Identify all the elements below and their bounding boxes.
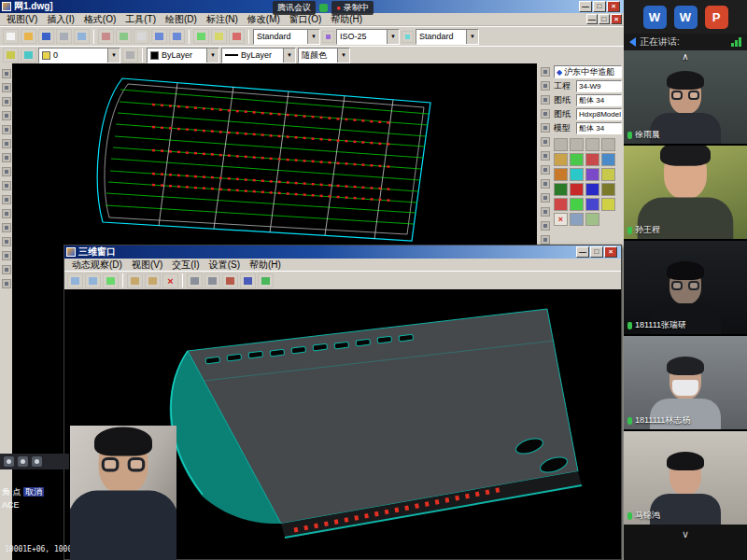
draw-tool-icon[interactable] — [2, 223, 11, 232]
modify-tool-icon[interactable] — [541, 221, 550, 231]
dropdown-arrow-icon[interactable]: ▼ — [107, 49, 120, 63]
paste-icon[interactable] — [134, 29, 149, 44]
project-field[interactable]: 34-W9 — [576, 80, 622, 92]
palette-tool-icon[interactable] — [570, 183, 584, 196]
palette-tool-icon[interactable] — [570, 138, 584, 151]
draw-tool-icon[interactable] — [2, 209, 11, 218]
draw-tool-icon[interactable] — [2, 195, 11, 204]
share-icon[interactable] — [32, 456, 42, 467]
color-combo[interactable]: ByLayer ▼ — [147, 48, 219, 63]
draw-tool-icon[interactable] — [2, 153, 11, 162]
open-icon[interactable] — [21, 29, 36, 44]
palette-tool-icon[interactable] — [554, 153, 568, 166]
doc-close-button[interactable]: × — [611, 14, 622, 24]
linetype-combo[interactable]: ByLayer ▼ — [221, 48, 296, 63]
palette-tool-icon[interactable] — [585, 213, 599, 226]
modify-tool-icon[interactable] — [541, 179, 550, 189]
doc-minimize-button[interactable]: — — [586, 14, 598, 24]
participant-tile[interactable]: 1811111林志杨 — [624, 336, 747, 429]
save-icon[interactable] — [38, 29, 54, 44]
measure-tool-icon[interactable] — [127, 273, 143, 288]
palette-tool-icon[interactable] — [570, 198, 584, 211]
viewer-minimize-button[interactable]: — — [576, 246, 589, 258]
close-button[interactable]: × — [607, 1, 620, 12]
viewer-titlebar[interactable]: 三维窗口 — □ × — [64, 245, 621, 259]
participant-tile[interactable]: 181111张瑞研 — [624, 241, 747, 334]
palette-tool-icon[interactable] — [554, 198, 568, 211]
cut-icon[interactable] — [98, 29, 114, 44]
redo-icon[interactable] — [169, 29, 185, 44]
draw-tool-icon[interactable] — [2, 83, 11, 92]
properties-icon[interactable] — [229, 29, 245, 44]
new-icon[interactable] — [3, 29, 19, 44]
draw-tool-icon[interactable] — [2, 237, 11, 246]
word-doc-icon[interactable]: W — [643, 6, 667, 29]
draw-tool-icon[interactable] — [2, 139, 11, 148]
recording-badge[interactable]: ● 录制中 — [331, 1, 374, 15]
palette-tool-icon[interactable] — [601, 138, 615, 151]
draw-tool-icon[interactable] — [2, 279, 11, 288]
section-tool-icon[interactable] — [145, 273, 161, 288]
red-cube-icon[interactable] — [222, 273, 238, 288]
model-field[interactable]: 船体 34 — [576, 122, 622, 134]
maximize-button[interactable]: □ — [593, 1, 606, 12]
participant-tile[interactable]: ∧ 徐雨晨 — [624, 50, 747, 144]
preview-icon[interactable] — [74, 29, 90, 44]
plot-style-combo[interactable]: 随颜色 ▼ — [298, 48, 350, 63]
dim-style-icon[interactable] — [322, 31, 334, 43]
zoom3d-tool-icon[interactable] — [103, 273, 119, 288]
shade-tool-icon[interactable] — [187, 273, 203, 288]
modify-tool-icon[interactable] — [541, 123, 550, 133]
palette-tool-icon[interactable] — [585, 183, 599, 196]
palette-tool-icon[interactable] — [585, 138, 599, 151]
dropdown-arrow-icon[interactable]: ▼ — [337, 49, 349, 63]
pan-icon[interactable] — [193, 29, 209, 44]
viewer-maximize-button[interactable]: □ — [590, 246, 603, 258]
draw-tool-icon[interactable] — [2, 69, 11, 78]
menu-settings[interactable]: 设置(S) — [204, 259, 245, 272]
chat-icon[interactable] — [18, 456, 28, 467]
print-icon[interactable] — [56, 29, 72, 44]
menu-tools[interactable]: 工具(T) — [120, 13, 161, 26]
modify-tool-icon[interactable] — [541, 109, 550, 119]
cancel-option[interactable]: 取消 — [23, 487, 44, 497]
word-doc-icon[interactable]: W — [674, 6, 698, 29]
palette-tool-icon[interactable] — [554, 168, 568, 181]
palette-tool-icon[interactable] — [601, 153, 615, 166]
zoom-icon[interactable] — [211, 29, 227, 44]
meeting-mini-toolbar[interactable] — [0, 454, 69, 469]
participant-tile[interactable]: 孙王程 — [624, 146, 747, 239]
modify-tool-icon[interactable] — [541, 151, 550, 161]
draw-tool-icon[interactable] — [2, 125, 11, 134]
meeting-app-badge[interactable]: 腾讯会议 — [273, 1, 316, 15]
participant-tile[interactable]: 马锦鸿 — [624, 431, 747, 525]
table-style-icon[interactable] — [402, 31, 414, 43]
palette-tool-icon[interactable] — [554, 183, 568, 196]
doc-maximize-button[interactable]: □ — [599, 14, 610, 24]
palette-tool-icon[interactable] — [585, 198, 599, 211]
modify-tool-icon[interactable] — [541, 81, 550, 91]
dropdown-arrow-icon[interactable]: ▼ — [387, 30, 399, 44]
menu-orbit[interactable]: 动态观察(D) — [67, 259, 127, 272]
blue-cube-icon[interactable] — [240, 273, 256, 288]
modify-tool-icon[interactable] — [541, 67, 550, 77]
undo-icon[interactable] — [151, 29, 167, 44]
dropdown-arrow-icon[interactable]: ▼ — [307, 30, 319, 44]
scroll-down-icon[interactable]: ∨ — [682, 528, 689, 540]
viewer-close-button[interactable]: × — [604, 246, 617, 258]
draw-tool-icon[interactable] — [2, 265, 11, 274]
palette-tool-icon[interactable] — [570, 168, 584, 181]
self-webcam-video[interactable] — [70, 426, 176, 560]
draw-tool-icon[interactable] — [2, 111, 11, 120]
text-style-combo[interactable]: Standard ▼ — [253, 29, 320, 45]
menu-dimension[interactable]: 标注(N) — [202, 13, 243, 26]
menu-insert[interactable]: 插入(I) — [42, 13, 78, 26]
delete3d-icon[interactable]: × — [162, 273, 178, 288]
table-style-combo[interactable]: Standard ▼ — [416, 29, 479, 45]
modify-tool-icon[interactable] — [541, 95, 550, 105]
dropdown-arrow-icon[interactable]: ▼ — [466, 30, 478, 44]
draw-tool-icon[interactable] — [2, 181, 11, 190]
layer-states-icon[interactable] — [21, 48, 36, 63]
sheet-field[interactable]: Hdxp8Model ▼ — [576, 108, 622, 120]
wireframe-tool-icon[interactable] — [204, 273, 220, 288]
